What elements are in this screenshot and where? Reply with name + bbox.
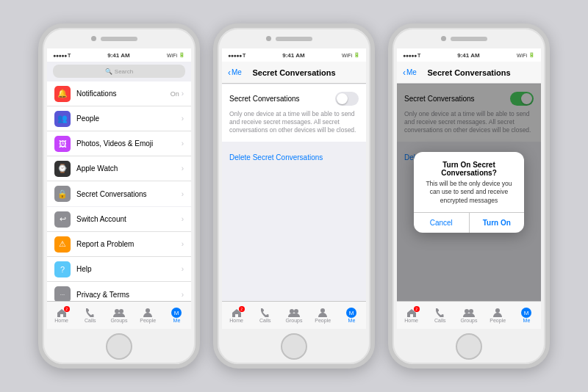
back-button-3[interactable]: ‹ Me: [403, 68, 417, 78]
home-button-3[interactable]: [456, 333, 482, 360]
dialog-message: This will be the only device you can use…: [414, 180, 524, 211]
groups3-icon: [463, 308, 475, 317]
section-1: 🔔 Notifications On › 👥 People › 🖼 Photos…: [47, 81, 191, 206]
help-icon: ?: [54, 261, 71, 277]
search-bar: 🔍 Search: [47, 62, 191, 81]
tab-groups[interactable]: Groups: [104, 308, 133, 323]
tab3-home[interactable]: 2 Home: [397, 308, 426, 323]
tab3-me[interactable]: M Me: [512, 308, 541, 323]
secret-label: Secret Conversations: [76, 190, 182, 198]
me-icon: M: [171, 308, 182, 317]
svg-point-6: [294, 309, 298, 313]
tab-bar-3: 2 Home Calls Groups People: [397, 301, 541, 329]
icons-2: WiFi🔋: [342, 52, 360, 58]
back-label-3: Me: [406, 68, 417, 76]
tab-calls[interactable]: Calls: [76, 308, 104, 323]
back-chevron-3: ‹: [403, 68, 406, 78]
applewatch-icon: ⌚: [54, 161, 71, 177]
list-item-report[interactable]: ⚠ Report a Problem ›: [47, 232, 191, 257]
tab-bar-1: 2 Home Calls Groups People: [47, 301, 191, 329]
tab-people[interactable]: People: [134, 308, 162, 323]
tab-people-label: People: [140, 318, 156, 323]
nav-bar-3: ‹ Me Secret Conversations: [397, 62, 541, 84]
nav-title-2: Secret Conversations: [252, 68, 335, 77]
tab2-me[interactable]: M Me: [337, 308, 366, 323]
time-display: 9:41 AM: [107, 52, 129, 59]
chevron-icon: ›: [182, 215, 184, 223]
calls-icon: [85, 308, 96, 317]
home-button-1[interactable]: [106, 333, 132, 360]
tab3-people-label: People: [490, 318, 506, 323]
chevron-icon: ›: [182, 139, 184, 148]
list-item-help[interactable]: ? Help ›: [47, 257, 191, 282]
svg-text:M: M: [524, 310, 529, 316]
search-inner[interactable]: 🔍 Search: [53, 65, 185, 78]
dialog-cancel-button[interactable]: Cancel: [414, 213, 469, 233]
list-item-apple-watch[interactable]: ⌚ Apple Watch ›: [47, 156, 191, 181]
tab2-home[interactable]: 2 Home: [222, 308, 251, 323]
svg-point-1: [119, 309, 123, 313]
tab2-calls[interactable]: Calls: [251, 308, 279, 323]
toggle-2[interactable]: [335, 92, 359, 106]
tab3-me-label: Me: [523, 318, 531, 323]
delete-link-2[interactable]: Delete Secret Conversations: [229, 153, 359, 161]
svg-point-10: [465, 309, 469, 313]
signal-icon: ●●●●● T: [53, 53, 71, 58]
tab-groups-label: Groups: [111, 318, 128, 323]
tab2-calls-label: Calls: [259, 318, 271, 323]
svg-point-12: [495, 308, 500, 313]
list-item-people[interactable]: 👥 People ›: [47, 106, 191, 131]
screen-3: ●●●●● T 9:41 AM WiFi🔋 ‹ Me Secret Conver…: [397, 48, 541, 329]
home-icon: 2: [56, 308, 68, 317]
svg-point-7: [320, 308, 325, 313]
switch-label: Switch Account: [76, 215, 182, 223]
dialog-confirm-button[interactable]: Turn On: [469, 213, 525, 233]
list-item-photos[interactable]: 🖼 Photos, Videos & Emoji ›: [47, 131, 191, 156]
chevron-icon: ›: [182, 291, 184, 299]
switch-icon: ↩: [54, 211, 71, 228]
tab3-calls[interactable]: Calls: [426, 308, 454, 323]
calls3-icon: [434, 308, 446, 317]
home3-badge: 2: [414, 306, 420, 312]
tab-me-label: Me: [173, 318, 181, 323]
tab-home[interactable]: 2 Home: [47, 308, 76, 323]
people-label: People: [76, 115, 182, 123]
list-item-secret[interactable]: 🔒 Secret Conversations ›: [47, 181, 191, 206]
tab2-me-label: Me: [348, 318, 356, 323]
toggle-desc-2: Only one device at a time will be able t…: [229, 110, 359, 134]
icons-3: WiFi🔋: [517, 52, 535, 58]
list-item-notifications[interactable]: 🔔 Notifications On ›: [47, 81, 191, 106]
home-button-2[interactable]: [281, 333, 307, 360]
home-badge: 2: [64, 306, 70, 312]
home2-icon: 2: [231, 308, 243, 317]
list-item-privacy[interactable]: ··· Privacy & Terms ›: [47, 282, 191, 301]
home3-icon: 2: [406, 308, 417, 317]
back-button-2[interactable]: ‹ Me: [228, 68, 242, 78]
photos-icon: 🖼: [54, 136, 71, 152]
me3-icon: M: [520, 308, 532, 317]
people3-icon: [492, 308, 503, 317]
screen-1: ●●●●● T 9:41 AM WiFi🔋 🔍 Search 🔔 Notific…: [47, 48, 191, 329]
time-2: 9:41 AM: [282, 52, 304, 59]
tab-me[interactable]: M Me: [162, 308, 191, 323]
tab3-groups-label: Groups: [461, 318, 478, 323]
screen-2: ●●●●● T 9:41 AM WiFi🔋 ‹ Me Secret Conver…: [222, 48, 366, 329]
svg-text:M: M: [349, 310, 354, 316]
chevron-icon: ›: [182, 240, 184, 248]
tab3-people[interactable]: People: [484, 308, 512, 323]
tab2-groups[interactable]: Groups: [279, 308, 308, 323]
toggle-label-2: Secret Conversations: [229, 95, 300, 103]
chevron-icon: ›: [182, 164, 184, 173]
privacy-label: Privacy & Terms: [76, 291, 182, 299]
tab3-groups[interactable]: Groups: [454, 308, 483, 323]
dialog-box: Turn On Secret Conversations? This will …: [414, 152, 524, 232]
chevron-icon: ›: [182, 115, 184, 123]
list-content-1: 🔔 Notifications On › 👥 People › 🖼 Photos…: [47, 81, 191, 301]
svg-point-0: [115, 309, 119, 313]
svg-point-11: [469, 309, 473, 313]
calls2-icon: [259, 308, 271, 317]
list-item-switch-account[interactable]: ↩ Switch Account ›: [47, 207, 191, 232]
search-icon: 🔍: [105, 68, 112, 75]
status-bar-3: ●●●●● T 9:41 AM WiFi🔋: [397, 48, 541, 62]
tab2-people[interactable]: People: [309, 308, 337, 323]
